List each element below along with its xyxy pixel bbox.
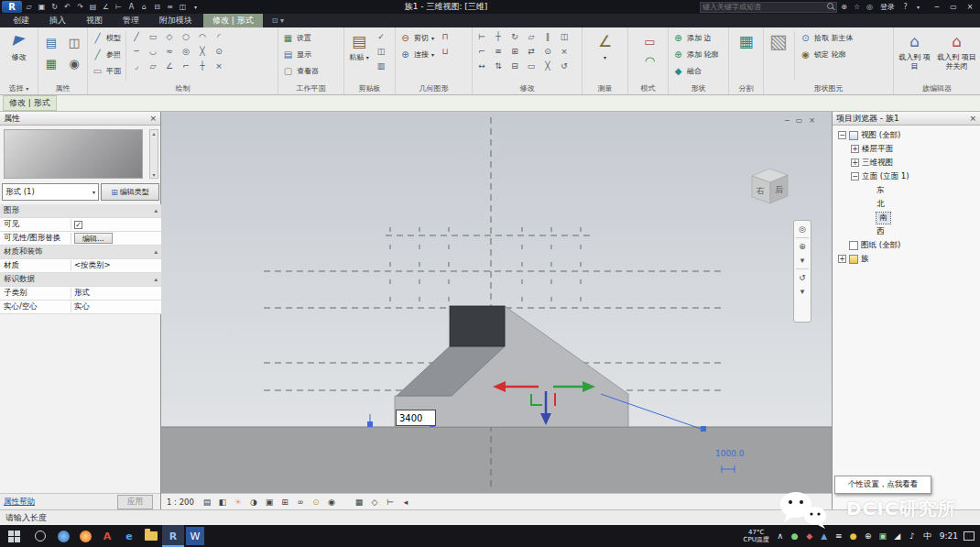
load-into-project-button[interactable]: ⌂ 载入到 项目 — [896, 29, 933, 82]
taskbar-revit-icon[interactable]: R — [162, 525, 184, 547]
section-icon[interactable]: ⊟ — [151, 1, 163, 13]
panel-label-draw[interactable]: 绘制 — [88, 82, 278, 94]
drag-handle[interactable] — [701, 426, 706, 432]
expand-box-icon[interactable]: + — [851, 159, 859, 167]
panel-label-divide[interactable]: 分割 — [729, 82, 763, 94]
view-cube[interactable]: 右 后 — [752, 169, 788, 203]
volume-icon[interactable]: ♪ — [907, 531, 918, 541]
swap-icon[interactable]: ⇅ — [491, 59, 506, 72]
node-elevation-west[interactable]: 西 — [833, 224, 980, 238]
panel-label-properties[interactable]: 属性 — [38, 82, 87, 94]
search-icon[interactable] — [825, 2, 834, 12]
expand-box-icon[interactable]: + — [851, 145, 859, 153]
qat-dropdown-icon[interactable]: ▾ — [190, 1, 201, 13]
pick-new-host-button[interactable]: ⊙拾取 新主体 — [798, 29, 855, 46]
node-elevation-south[interactable]: 南 — [833, 211, 980, 224]
tray-icon-blue[interactable]: ▲ — [819, 531, 830, 541]
network-icon[interactable]: ◢ — [892, 531, 903, 541]
node-floor-plans[interactable]: + 楼层平面 — [833, 142, 980, 156]
panel-label-shape-element[interactable]: 形状图元 — [764, 82, 893, 94]
cut-to-clipboard-icon[interactable]: ✓ — [374, 29, 388, 43]
finish-mode-icon[interactable]: ◠ — [640, 51, 660, 70]
tab-manage[interactable]: 管理 — [114, 14, 148, 27]
preview-scrollbar[interactable]: ▴▾ — [149, 129, 158, 179]
panel-label-family-editor[interactable]: 族编辑器 — [894, 82, 980, 94]
close-tool-icon[interactable]: × — [212, 59, 226, 72]
navigation-wheel-icon[interactable]: ◎ — [799, 224, 806, 235]
drag-handle[interactable] — [367, 421, 373, 427]
view-close-icon[interactable]: × — [809, 116, 815, 125]
divide-surface-button[interactable]: ▦ — [734, 29, 759, 82]
measure-button[interactable]: ∠ ▾ — [593, 29, 618, 82]
taskbar-autocad-icon[interactable]: A — [96, 525, 118, 547]
taskbar-edge-icon[interactable]: e — [118, 525, 140, 547]
properties-header[interactable]: 属性 × — [0, 112, 160, 126]
properties-help-link[interactable]: 属性帮助 — [4, 497, 35, 508]
constraints-icon[interactable]: ⊢ — [384, 496, 397, 509]
crop-view-icon[interactable]: ▣ — [263, 496, 276, 509]
dimension-input[interactable] — [396, 410, 436, 426]
array-icon[interactable]: ⊞ — [507, 44, 522, 58]
panel-label-shape[interactable]: 形状 — [669, 82, 728, 94]
undo-icon[interactable]: ↶ — [61, 1, 73, 13]
redo-icon[interactable]: ↷ — [74, 1, 86, 13]
worksharing-display-icon[interactable]: ▦ — [353, 496, 365, 509]
print-icon[interactable]: ▤ — [87, 1, 99, 13]
pick-line-tool-icon[interactable]: ─ — [129, 44, 144, 58]
collapse-icon[interactable]: ▴ — [154, 248, 161, 256]
zoom-dropdown-icon[interactable]: ▾ — [800, 255, 805, 266]
tray-icon-red[interactable]: ◆ — [804, 531, 815, 541]
temporary-hide-icon[interactable]: ∞ — [294, 496, 307, 509]
draw-plane-button[interactable]: ▭平面 — [90, 62, 123, 79]
overlay-tooltip[interactable]: 个性设置，点我看看 — [834, 476, 931, 494]
load-into-project-close-button[interactable]: ⌂ 载入到 项目并关闭 — [935, 29, 978, 82]
cross-modify-icon[interactable]: ╳ — [540, 59, 555, 72]
collapse-icon[interactable]: ▴ — [154, 276, 161, 283]
tab-addins[interactable]: 附加模块 — [150, 14, 201, 27]
panel-label-mode[interactable]: 模式 — [628, 82, 668, 94]
help-dropdown-icon[interactable]: ▾ — [912, 1, 924, 13]
node-elevation-north[interactable]: 北 — [833, 197, 980, 211]
sync-icon[interactable]: ↻ — [49, 1, 60, 13]
section-graphics[interactable]: 图形▴ — [0, 204, 161, 218]
section-materials[interactable]: 材质和装饰▴ — [0, 246, 161, 259]
material-value[interactable]: <按类别> — [71, 260, 161, 271]
mirror-icon[interactable]: ▱ — [524, 29, 539, 43]
viewcube-face-back[interactable]: 后 — [775, 185, 783, 194]
modify-tool-button[interactable]: ◤ 修改 — [6, 29, 32, 82]
delete-icon[interactable]: × — [557, 44, 572, 58]
family-types-icon[interactable]: ◫ — [64, 33, 84, 51]
polygon-tool-icon[interactable]: ◇ — [162, 29, 177, 43]
ribbon-display-toggle-icon[interactable]: ⊡ ▾ — [272, 14, 284, 27]
trim-icon[interactable]: ⌐ — [474, 44, 489, 58]
visual-style-icon[interactable]: ◧ — [216, 496, 229, 509]
rectangle-tool-icon[interactable]: ▭ — [146, 29, 160, 43]
panel-label-modify[interactable]: 修改 — [473, 82, 582, 94]
cross-tool-icon[interactable]: ╳ — [195, 44, 210, 58]
start-button[interactable] — [8, 531, 20, 542]
panel-label-clipboard[interactable]: 剪贴板 — [344, 82, 395, 94]
show-workplane-button[interactable]: ▤显示 — [280, 46, 342, 62]
tray-icon-settings[interactable]: ≡ — [833, 531, 844, 541]
extend-icon[interactable]: ↔ — [474, 59, 489, 72]
point-tool-icon[interactable]: ⊙ — [212, 44, 226, 58]
cortana-icon[interactable] — [35, 531, 46, 542]
family-category-icon[interactable]: ▦ — [41, 54, 61, 72]
visible-checkbox[interactable]: ✓ — [74, 221, 82, 229]
vg-edit-button[interactable]: 编辑... — [74, 233, 113, 244]
line-tool-icon[interactable]: ╱ — [129, 29, 144, 43]
sun-path-icon[interactable]: ☀ — [232, 496, 245, 509]
add-edge-button[interactable]: ⊕添加 边 — [670, 29, 726, 46]
plus-tool-icon[interactable]: ┼ — [195, 59, 210, 72]
add-profile-button[interactable]: ⊕添加 轮廓 — [670, 46, 726, 62]
restore-button[interactable]: ▭ — [945, 3, 962, 11]
cut-geometry-button[interactable]: ⊖剪切 ▾ — [397, 29, 436, 46]
lock-profile-button[interactable]: ◉锁定 轮廓 — [798, 46, 855, 62]
close-button[interactable]: × — [962, 3, 978, 11]
offset-dimension-text[interactable]: 1000.0 — [715, 449, 745, 458]
ime-indicator[interactable]: 中 — [921, 531, 934, 542]
node-views[interactable]: − 视图 (全部) — [833, 128, 980, 142]
save-icon[interactable]: ▣ — [36, 1, 48, 13]
match-properties-icon[interactable]: ▥ — [374, 59, 388, 72]
copy-icon[interactable]: ◫ — [557, 29, 572, 43]
